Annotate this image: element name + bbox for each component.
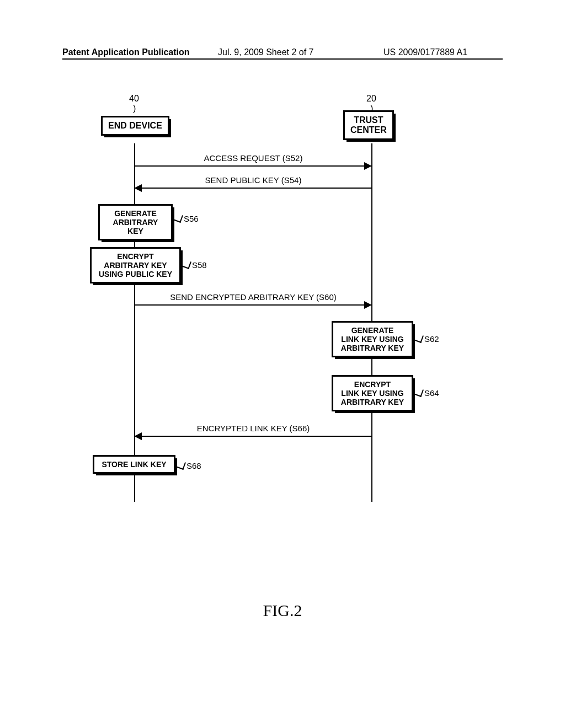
participant-trust-center: TRUST CENTER <box>343 110 394 140</box>
lifeline-tail-right <box>371 411 372 502</box>
step-ref-s58: S58 <box>192 260 207 270</box>
msg-access-request <box>135 165 371 167</box>
msg-encrypted-link-key-label: ENCRYPTED LINK KEY (S66) <box>135 424 372 433</box>
ref-connector <box>176 460 186 470</box>
ref-tick: ) <box>133 104 136 114</box>
figure-caption: FIG.2 <box>0 601 565 620</box>
msg-access-request-label: ACCESS REQUEST (S52) <box>135 153 372 163</box>
ref-connector <box>173 213 183 223</box>
header-right: US 2009/0177889 A1 <box>383 47 467 57</box>
msg-send-encrypted-key-label: SEND ENCRYPTED ARBITRARY KEY (S60) <box>135 292 372 302</box>
process-store-link-key: STORE LINK KEY <box>93 455 175 474</box>
step-ref-s62: S62 <box>424 334 439 344</box>
msg-send-encrypted-key <box>135 304 371 306</box>
process-encrypt-arbitrary-key: ENCRYPT ARBITRARY KEY USING PUBLIC KEY <box>90 247 181 283</box>
step-ref-s64: S64 <box>424 388 439 398</box>
msg-send-public-key <box>135 188 371 189</box>
step-ref-s56: S56 <box>184 214 199 223</box>
ref-trust-center: 20 <box>365 94 378 104</box>
ref-connector <box>414 333 424 343</box>
mask <box>62 502 503 612</box>
process-generate-link-key: GENERATE LINK KEY USING ARBITRARY KEY <box>332 321 413 357</box>
step-ref-s68: S68 <box>186 461 201 470</box>
ref-connector <box>182 259 191 269</box>
header-rule <box>62 58 503 60</box>
process-encrypt-link-key: ENCRYPT LINK KEY USING ARBITRARY KEY <box>332 375 413 411</box>
msg-encrypted-link-key <box>135 436 371 437</box>
ref-end-device: 40 <box>127 94 141 104</box>
msg-send-public-key-label: SEND PUBLIC KEY (S54) <box>135 175 372 185</box>
header-left: Patent Application Publication <box>62 47 190 57</box>
ref-connector <box>414 387 424 397</box>
header-center: Jul. 9, 2009 Sheet 2 of 7 <box>218 47 313 57</box>
process-generate-arbitrary-key: GENERATE ARBITRARY KEY <box>98 204 173 240</box>
participant-end-device: END DEVICE <box>101 116 169 136</box>
lifeline-tail-left <box>134 477 135 502</box>
sequence-diagram: 40 ) 20 ) END DEVICE TRUST CENTER ACCESS… <box>62 94 503 590</box>
